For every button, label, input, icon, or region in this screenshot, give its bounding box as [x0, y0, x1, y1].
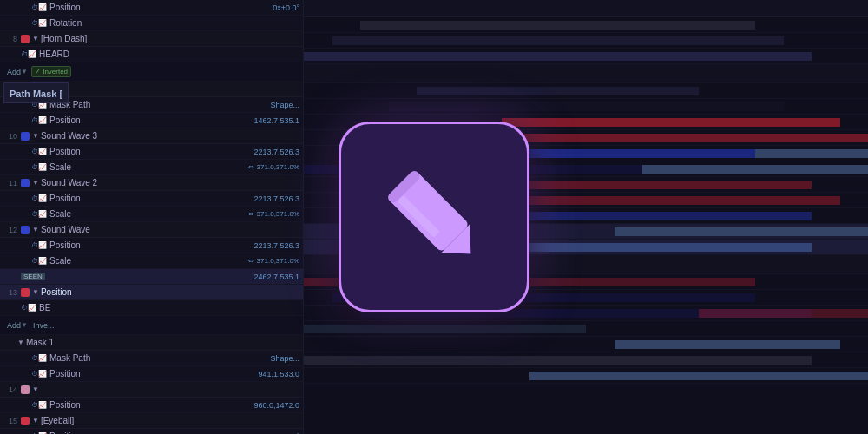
layer-name: Position [41, 287, 72, 297]
layer-panel: ⏱ 📈 Position 0x+0.0° ⏱ 📈 Rotation 8 ▼ [H… [0, 0, 304, 434]
layer-number: 13 [3, 288, 17, 297]
list-item[interactable]: ⏱ 📈 BE [0, 300, 303, 316]
layer-name: Sound Wave 3 [41, 131, 97, 141]
list-item[interactable]: ⏱ 📈 HEARD [0, 47, 303, 62]
list-item[interactable]: 15 ▼ [Eyeball] [0, 413, 303, 429]
graph-icon: 📈 [38, 401, 47, 409]
list-item[interactable]: ⏱ 📈 Rotation [0, 16, 303, 31]
list-item[interactable]: ▼ Mask 1 [0, 335, 303, 351]
dropdown-arrow: ▼ [21, 68, 28, 76]
clock-icon: ⏱ [21, 50, 28, 58]
inverted-badge: ✓ Inverted [31, 66, 71, 77]
prop-name: Position [49, 3, 81, 12]
layer-name: Sound Wave [41, 225, 90, 234]
clock-icon: ⏱ [31, 163, 38, 171]
prop-value: 2213.7,526.3 [253, 241, 299, 250]
list-item[interactable]: ⏱ 📈 Mask Path Shape... [0, 351, 303, 366]
list-item[interactable]: ⏱ 📈 Position 0x+0.0° [0, 0, 303, 16]
layer-number: 12 [3, 226, 17, 234]
list-item[interactable]: 8 ▼ [Horn Dash] [0, 31, 303, 47]
prop-value: ⇔ 371.0,371.0% [248, 163, 299, 171]
prop-value: ⇔ 371.0,371.0% [248, 210, 299, 218]
add-label: Add [7, 321, 21, 330]
layer-number: 10 [3, 132, 17, 141]
expand-icon: ▼ [32, 132, 39, 140]
prop-name: Scale [49, 209, 71, 219]
prop-name: Scale [49, 256, 71, 266]
clock-icon: ⏱ [31, 116, 38, 124]
app-icon-card [339, 122, 529, 312]
list-item[interactable]: ⏱ 📈 Scale ⇔ 371.0,371.0% [0, 160, 303, 175]
list-item[interactable]: ⏱ 📈 Position 2213.7,526.3 [0, 191, 303, 207]
prop-value: 1462.7,535.1 [253, 116, 299, 125]
clock-icon: ⏱ [31, 241, 38, 249]
list-item[interactable]: ⏱ 📈 Position 2213.7,526.3 [0, 144, 303, 160]
prop-value: 2213.7,526.3 [253, 194, 299, 203]
add-inverted-row[interactable]: Add ▼ ✓ Inverted [0, 62, 303, 82]
add-row-2[interactable]: Add ▼ Inve... [0, 316, 303, 335]
pen-icon [369, 152, 499, 282]
list-item[interactable]: SEEN 2462.7,535.1 [0, 269, 303, 285]
icon-overlay [339, 122, 529, 312]
expand-icon: ▼ [32, 35, 39, 43]
clock-icon: ⏱ [31, 370, 38, 378]
list-item[interactable]: ⏱ 📈 Position 941.1,533.0 [0, 366, 303, 382]
layer-color [21, 385, 30, 394]
graph-icon: 📈 [38, 3, 47, 11]
list-item[interactable]: 13 ▼ Position [0, 285, 303, 300]
prop-name: Mask Path [49, 353, 90, 363]
graph-icon: 📈 [38, 194, 47, 202]
list-item[interactable]: ⏱ 📈 Position 0x-29.0° [0, 429, 303, 434]
graph-icon: 📈 [38, 148, 47, 155]
clock-icon: ⏱ [31, 148, 38, 155]
prop-value: Shape... [270, 354, 299, 363]
layer-name: Mask 1 [26, 338, 54, 347]
layer-name: Sound Wave 2 [41, 178, 97, 187]
prop-name: Position [49, 147, 81, 156]
clock-icon: ⏱ [31, 354, 38, 362]
prop-name: Position [49, 194, 81, 203]
prop-value: 960.0,1472.0 [253, 401, 299, 410]
layer-number: 14 [3, 385, 17, 394]
list-item[interactable]: ⏱ 📈 Scale ⇔ 371.0,371.0% [0, 207, 303, 222]
list-item[interactable]: ⏱ 📈 Position 2213.7,526.3 [0, 238, 303, 253]
prop-value: 0x+0.0° [273, 3, 299, 12]
graph-icon: 📈 [38, 163, 47, 171]
prop-name: Rotation [49, 18, 82, 28]
prop-name: Position [49, 115, 81, 125]
prop-value: 941.1,533.0 [258, 370, 299, 378]
graph-icon: 📈 [38, 116, 47, 124]
graph-icon: 📈 [38, 241, 47, 249]
prop-name: Position [49, 400, 81, 410]
expand-icon: ▼ [32, 179, 39, 187]
prop-value: Shape... [270, 101, 299, 109]
layer-number: 11 [3, 179, 17, 187]
clock-icon: ⏱ [31, 401, 38, 409]
prop-value: 2462.7,535.1 [253, 273, 299, 281]
expand-icon: ▼ [32, 288, 39, 296]
prop-name: HEARD [39, 49, 69, 59]
clock-icon: ⏱ [31, 3, 38, 11]
list-item[interactable]: ⏱ 📈 Position 1462.7,535.1 [0, 113, 303, 128]
layer-color [21, 132, 30, 141]
path-mask-label: Path Mask [ [3, 82, 69, 103]
list-item[interactable]: 14 ▼ [0, 382, 303, 398]
layer-color [21, 35, 30, 43]
layer-number: 8 [3, 35, 17, 43]
layer-color [21, 288, 30, 297]
list-item[interactable]: 10 ▼ Sound Wave 3 [0, 128, 303, 144]
list-item[interactable]: ⏱ 📈 Scale ⇔ 371.0,371.0% [0, 253, 303, 269]
graph-icon: 📈 [38, 354, 47, 362]
list-item[interactable]: 11 ▼ Sound Wave 2 [0, 175, 303, 191]
list-item[interactable]: 12 ▼ Sound Wave [0, 222, 303, 238]
layer-name: [Horn Dash] [41, 34, 87, 43]
expand-icon: ▼ [17, 339, 24, 346]
prop-value: 2213.7,526.3 [253, 148, 299, 156]
expand-icon: ▼ [32, 385, 39, 393]
add-label: Add [7, 68, 21, 76]
inverted-label: Inve... [33, 321, 55, 330]
clock-icon: ⏱ [31, 19, 38, 27]
clock-icon: ⏱ [31, 257, 38, 265]
list-item[interactable]: ⏱ 📈 Position 960.0,1472.0 [0, 398, 303, 413]
graph-icon: 📈 [38, 257, 47, 265]
